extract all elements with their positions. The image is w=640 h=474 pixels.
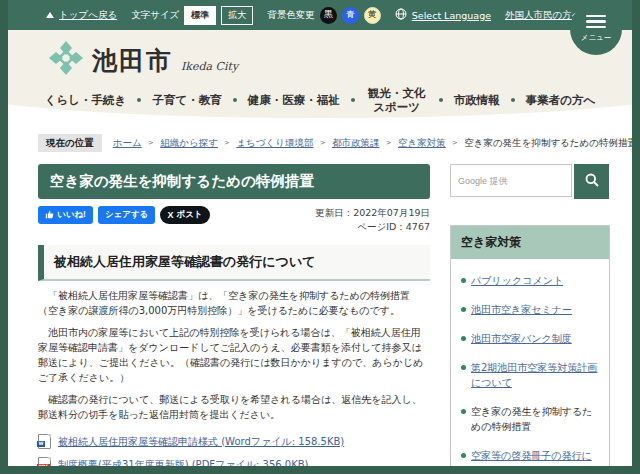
- main-content: 空き家の発生を抑制するための特例措置 いいね! シェアする X ポスト 更新日：…: [38, 164, 430, 466]
- site-name-en: Ikeda City: [181, 60, 238, 73]
- up-triangle-icon: [46, 12, 54, 18]
- nav-separator-dot: [439, 98, 443, 102]
- breadcrumb-machizukuri[interactable]: まちづくり環境部: [236, 137, 313, 150]
- bg-color-blue-button[interactable]: 青: [342, 7, 359, 24]
- article-heading: 被相続人居住用家屋等確認書の発行について: [38, 245, 430, 281]
- article-paragraph: 池田市内の家屋等において上記の特別控除を受けられる場合は、「被相続人居住用家屋等…: [38, 325, 430, 385]
- bullet-dot-icon: [461, 365, 466, 370]
- nav-separator-dot: [233, 98, 237, 102]
- site-header: 池田市 Ikeda City くらし・手続き 子育て・教育 健康・医療・福祉 観…: [8, 30, 632, 118]
- download-link-word-application[interactable]: 被相続人居住用家屋等確認申請様式 (Wordファイル: 158.5KB): [58, 435, 344, 449]
- site-logo[interactable]: 池田市 Ikeda City: [48, 40, 238, 80]
- download-row: W 被相続人居住用家屋等確認申請様式 (Wordファイル: 158.5KB): [38, 434, 430, 449]
- hamburger-icon: [586, 15, 606, 18]
- bullet-dot-icon: [461, 336, 466, 341]
- page-id: ページID：4767: [315, 220, 430, 234]
- site-search: [450, 164, 610, 199]
- download-row: PDF 制度概要(平成31年度更新版) (PDFファイル: 356.0KB): [38, 457, 430, 466]
- city-emblem-icon: [48, 40, 84, 80]
- updated-date: 更新日：2022年07月19日: [315, 206, 430, 220]
- x-post-button[interactable]: X ポスト: [160, 206, 209, 224]
- sidebar-item-plan: 第2期池田市空家等対策計画について: [461, 360, 601, 390]
- search-icon: [584, 172, 600, 191]
- back-to-top-link[interactable]: トップへ戻る: [59, 9, 117, 22]
- menu-label: メニュー: [581, 33, 612, 43]
- bullet-dot-icon: [461, 278, 466, 283]
- sidebar-item-bank: 池田市空家バンク制度: [461, 331, 601, 346]
- facebook-like-button[interactable]: いいね!: [38, 206, 93, 224]
- sidebar-title: 空き家対策: [451, 226, 609, 259]
- font-size-large-button[interactable]: 拡大: [221, 6, 253, 25]
- article-paragraph: 確認書の発行について、郵送による受取りを希望される場合は、返信先を記入し、郵送料…: [38, 392, 430, 422]
- nav-item-kenko[interactable]: 健康・医療・福祉: [248, 93, 340, 107]
- word-file-icon: W: [38, 434, 51, 449]
- global-nav: くらし・手続き 子育て・教育 健康・医療・福祉 観光・文化スポーツ 市政情報 事…: [8, 86, 632, 115]
- top-utility-bar: トップへ戻る 文字サイズ 標準 拡大 背景色変更 黒 青 黄 Select La…: [8, 0, 632, 30]
- bullet-dot-icon: [461, 409, 466, 414]
- font-size-standard-button[interactable]: 標準: [184, 6, 216, 25]
- breadcrumb-label: 現在の位置: [38, 134, 102, 152]
- foreign-residents-link[interactable]: 外国人市民の方へ: [505, 9, 581, 22]
- sidebar-box: 空き家対策 パブリックコメント 池田市空き家セミナー 池田市空家バンク制度: [450, 225, 610, 466]
- sidebar-item-seminar: 池田市空き家セミナー: [461, 302, 601, 317]
- globe-icon: [395, 8, 407, 22]
- nav-separator-dot: [351, 98, 355, 102]
- article-paragraph: 「被相続人居住用家屋等確認書」は、「空き家の発生を抑制するための特例措置（空き家…: [38, 288, 430, 318]
- sidebar-list: パブリックコメント 池田市空き家セミナー 池田市空家バンク制度 第2期池田市空家…: [451, 259, 609, 466]
- breadcrumb-current: 空き家の発生を抑制するための特例措置: [464, 137, 632, 150]
- nav-item-jigyosha[interactable]: 事業者の方へ: [526, 93, 596, 107]
- nav-item-kurashi[interactable]: くらし・手続き: [45, 93, 127, 107]
- nav-item-kanko[interactable]: 観光・文化スポーツ: [366, 86, 428, 115]
- sidebar: 空き家対策 パブリックコメント 池田市空き家セミナー 池田市空家バンク制度: [450, 164, 610, 466]
- sidebar-item-current-tokurei: 空き家の発生を抑制するための特例措置: [461, 404, 601, 434]
- nav-item-kosodate[interactable]: 子育て・教育: [152, 93, 221, 107]
- facebook-share-button[interactable]: シェアする: [98, 206, 156, 224]
- breadcrumb-akiya[interactable]: 空き家対策: [398, 137, 446, 150]
- sidebar-item-booklet: 空家等の啓発冊子の発行について: [461, 448, 601, 466]
- breadcrumb-toshiseisaku[interactable]: 都市政策課: [332, 137, 380, 150]
- bullet-dot-icon: [461, 307, 466, 312]
- bg-color-yellow-button[interactable]: 黄: [364, 7, 381, 24]
- select-language-link[interactable]: Select Language: [412, 10, 491, 21]
- search-button[interactable]: [574, 164, 609, 199]
- download-list: W 被相続人居住用家屋等確認申請様式 (Wordファイル: 158.5KB) P…: [38, 434, 430, 466]
- sidebar-item-public-comment: パブリックコメント: [461, 273, 601, 288]
- font-size-label: 文字サイズ: [131, 9, 179, 22]
- search-input[interactable]: [450, 164, 572, 197]
- breadcrumb-home[interactable]: ホーム: [113, 137, 142, 150]
- share-row: いいね! シェアする X ポスト 更新日：2022年07月19日 ページID：4…: [38, 206, 430, 236]
- page-title: 空き家の発生を抑制するための特例措置: [38, 164, 430, 199]
- download-link-pdf-updated[interactable]: 制度概要(平成31年度更新版) (PDFファイル: 356.0KB): [58, 458, 309, 467]
- nav-separator-dot: [137, 98, 141, 102]
- bullet-dot-icon: [461, 453, 466, 458]
- pdf-file-icon: PDF: [38, 457, 51, 466]
- nav-item-shisei[interactable]: 市政情報: [454, 93, 500, 107]
- page-container: トップへ戻る 文字サイズ 標準 拡大 背景色変更 黒 青 黄 Select La…: [8, 0, 632, 466]
- breadcrumb-soshiki[interactable]: 組織から探す: [160, 137, 218, 150]
- nav-separator-dot: [511, 98, 515, 102]
- bg-color-black-button[interactable]: 黒: [320, 7, 337, 24]
- menu-button[interactable]: メニュー: [570, 3, 622, 55]
- thumbs-up-icon: [45, 210, 54, 221]
- x-logo-icon: X: [167, 210, 173, 220]
- breadcrumb: 現在の位置 ホーム ＞ 組織から探す ＞ まちづくり環境部 ＞ 都市政策課 ＞ …: [38, 134, 632, 152]
- bg-color-label: 背景色変更: [267, 9, 315, 22]
- site-name: 池田市: [92, 44, 173, 77]
